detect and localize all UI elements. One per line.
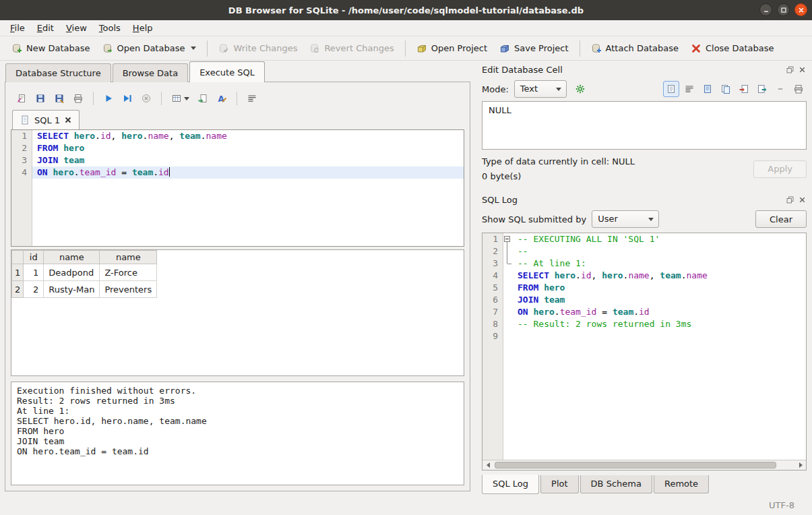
code-text: JOIN team: [32, 154, 464, 166]
close-database-button[interactable]: Close Database: [685, 40, 780, 57]
show-sql-label: Show SQL submitted by: [482, 214, 586, 224]
open-database-button[interactable]: Open Database: [96, 40, 203, 57]
format-sql-icon: A: [216, 93, 227, 104]
svg-text:A: A: [218, 94, 225, 104]
word-wrap-button[interactable]: [244, 90, 260, 107]
scroll-left-icon[interactable]: [482, 460, 493, 470]
menu-item-edit[interactable]: Edit: [31, 21, 60, 35]
tab-plot[interactable]: Plot: [540, 475, 579, 493]
results-cell[interactable]: 1: [24, 264, 44, 281]
open-in-editor-button[interactable]: [699, 81, 716, 97]
export-results-button[interactable]: [168, 90, 192, 107]
sql-tab-close-icon[interactable]: [64, 116, 72, 124]
code-text: ON hero.team_id = team.id: [512, 306, 806, 318]
sql-file-icon: [20, 115, 30, 125]
fold-margin: [503, 306, 512, 318]
open-database-label: Open Database: [117, 43, 185, 53]
results-cell[interactable]: Z-Force: [100, 264, 157, 281]
results-cell[interactable]: 2: [24, 281, 44, 298]
cell-editor[interactable]: NULL: [482, 101, 807, 150]
scrollbar-track[interactable]: [493, 460, 795, 470]
print-sql-button[interactable]: [70, 90, 86, 107]
close-panel-icon[interactable]: [798, 65, 807, 74]
clear-button[interactable]: Clear: [755, 210, 807, 228]
results-header-name[interactable]: name: [100, 251, 157, 264]
tab-database-structure[interactable]: Database Structure: [5, 63, 111, 82]
export-cell-button[interactable]: [754, 81, 770, 97]
menu-item-tools[interactable]: Tools: [93, 21, 127, 35]
corner-header-cell: [12, 251, 24, 264]
fold-margin: [503, 258, 512, 270]
cell-type-info: Type of data currently in cell: NULL: [482, 156, 635, 166]
sql-editor[interactable]: 1SELECT hero.id, hero.name, team.name2FR…: [11, 129, 464, 247]
print-cell-button[interactable]: [790, 81, 807, 97]
results-cell[interactable]: Rusty-Man: [44, 281, 100, 298]
code-line: 1SELECT hero.id, hero.name, team.name: [11, 130, 464, 142]
print-icon: [73, 93, 84, 104]
toolbar-separator: [207, 40, 208, 57]
code-line: 3JOIN team: [11, 154, 464, 166]
sql-tab[interactable]: SQL 1: [12, 110, 80, 129]
results-header-name[interactable]: name: [44, 251, 100, 264]
import-cell-button[interactable]: [736, 81, 752, 97]
row-number-cell[interactable]: 2: [12, 281, 24, 298]
format-sql-button[interactable]: A: [214, 90, 230, 107]
minimize-icon: [763, 7, 770, 13]
float-panel-icon[interactable]: [786, 195, 794, 204]
mode-select[interactable]: Text: [514, 80, 567, 98]
close-button[interactable]: [794, 3, 807, 16]
tab-db-schema[interactable]: DB Schema: [580, 475, 652, 493]
fold-marker-icon[interactable]: [503, 233, 512, 245]
text-view-button[interactable]: [663, 81, 679, 97]
word-wrap-cell-button[interactable]: [681, 81, 697, 97]
execute-all-button[interactable]: [100, 90, 117, 107]
log-hscrollbar[interactable]: [482, 460, 806, 470]
save-sql-file-button[interactable]: [32, 90, 49, 107]
scrollbar-thumb[interactable]: [495, 462, 776, 468]
write-changes-label: Write Changes: [233, 43, 297, 53]
open-sql-file-button[interactable]: [13, 90, 30, 107]
dropdown-arrow-icon[interactable]: [184, 97, 189, 100]
menu-item-file[interactable]: File: [4, 21, 31, 35]
close-panel-icon[interactable]: [798, 195, 807, 204]
revert-changes-button: Revert Changes: [303, 40, 400, 57]
results-table: idnamename11DeadpondZ-Force22Rusty-ManPr…: [11, 250, 157, 298]
execute-current-line-button[interactable]: [119, 90, 135, 107]
mode-value: Text: [520, 84, 538, 94]
user-filter-select[interactable]: User: [592, 210, 659, 228]
row-number-cell[interactable]: 1: [12, 264, 24, 281]
print-icon: [793, 84, 804, 94]
save-project-button[interactable]: Save Project: [493, 40, 575, 57]
tab-sql-log[interactable]: SQL Log: [482, 475, 539, 494]
new-database-label: New Database: [26, 43, 90, 53]
apply-button: Apply: [753, 160, 807, 178]
scroll-right-icon[interactable]: [795, 460, 806, 470]
results-cell[interactable]: Preventers: [100, 281, 157, 298]
execute-line-icon: [122, 93, 133, 104]
tab-execute-sql[interactable]: Execute SQL: [189, 61, 265, 82]
tab-remote[interactable]: Remote: [654, 475, 709, 493]
results-cell[interactable]: Deadpond: [44, 264, 100, 281]
results-header-id[interactable]: id: [24, 251, 44, 264]
menu-item-view[interactable]: View: [60, 21, 93, 35]
tab-browse-data[interactable]: Browse Data: [113, 63, 189, 82]
code-text: -- Result: 2 rows returned in 3ms: [512, 318, 806, 330]
minimize-button[interactable]: [759, 3, 772, 16]
set-null-button[interactable]: [772, 81, 788, 97]
toolbar-separator: [580, 40, 580, 57]
auto-format-button[interactable]: [572, 81, 588, 97]
sql-log-view[interactable]: 1-- EXECUTING ALL IN 'SQL 1'2--3-- At li…: [482, 233, 806, 460]
float-panel-icon[interactable]: [786, 65, 794, 74]
dropdown-arrow-icon[interactable]: [191, 47, 196, 50]
attach-database-button[interactable]: Attach Database: [585, 40, 685, 57]
open-project-button[interactable]: Open Project: [410, 40, 493, 57]
fold-margin: [503, 282, 512, 294]
save-results-button[interactable]: [195, 90, 211, 107]
code-text: ON hero.team_id = team.id: [32, 166, 464, 179]
save-sql-file-as-button[interactable]: [51, 90, 67, 107]
copy-cell-button[interactable]: [718, 81, 734, 97]
new-database-button[interactable]: New Database: [5, 40, 96, 57]
attach-database-label: Attach Database: [606, 43, 679, 53]
maximize-button[interactable]: [777, 3, 790, 16]
menu-item-help[interactable]: Help: [127, 21, 159, 35]
